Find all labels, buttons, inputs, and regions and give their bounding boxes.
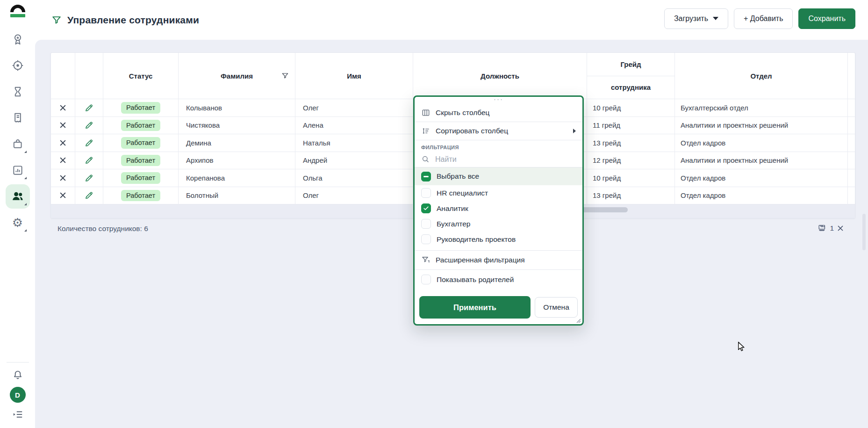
content-area: Статус Фамилия Имя Должность Грейд сотру…	[35, 40, 868, 428]
sidebar-item-history[interactable]	[6, 80, 30, 104]
target-icon	[11, 59, 24, 72]
delete-row-button[interactable]	[59, 104, 66, 111]
pencil-icon	[84, 120, 94, 130]
sort-column-item[interactable]: Сортировать столбец	[415, 122, 582, 140]
cancel-button[interactable]: Отмена	[535, 297, 578, 318]
bell-icon	[12, 369, 24, 381]
collapse-menu-button[interactable]	[12, 408, 24, 421]
cell-firstname: Олег	[295, 99, 413, 117]
save-button[interactable]: Сохранить	[798, 8, 855, 29]
edit-row-button[interactable]	[84, 190, 94, 200]
edit-row-button[interactable]	[84, 155, 94, 165]
hide-column-icon	[421, 108, 430, 117]
edit-row-button[interactable]	[84, 138, 94, 148]
sidebar-item-settings[interactable]: ⚙	[6, 210, 30, 235]
close-page-icon[interactable]	[837, 225, 844, 232]
filter-option[interactable]: HR специалист	[415, 185, 582, 201]
cell-department: Отдел кадров	[675, 134, 848, 152]
checkbox	[421, 234, 431, 244]
sidebar-item-documents[interactable]	[6, 106, 30, 130]
horizontal-scrollbar[interactable]	[576, 207, 628, 212]
status-badge: Работает	[121, 102, 160, 114]
popup-drag-handle[interactable]: ···	[415, 97, 582, 104]
column-header-position[interactable]: Должность	[413, 53, 587, 99]
logo-arc	[10, 5, 25, 12]
pencil-icon	[84, 138, 94, 148]
delete-row-button[interactable]	[59, 192, 66, 199]
apply-button[interactable]: Применить	[419, 296, 531, 319]
table-header-row: Статус Фамилия Имя Должность Грейд сотру…	[51, 53, 855, 99]
sidebar-item-reports[interactable]	[6, 158, 30, 182]
filter-section-label: ФИЛЬТРАЦИЯ	[415, 140, 582, 152]
show-parents-option[interactable]: Показывать родителей	[415, 270, 582, 289]
column-header-lastname[interactable]: Фамилия	[179, 53, 295, 99]
sidebar-item-projects[interactable]	[6, 132, 30, 156]
column-filter-icon[interactable]	[281, 72, 289, 80]
filter-option[interactable]: Бухгалтер	[415, 216, 582, 232]
cell-spacer	[848, 99, 855, 117]
sidebar-item-employees[interactable]	[6, 184, 30, 209]
gear-icon: ⚙	[12, 217, 23, 229]
cell-lastname: Архипов	[179, 152, 295, 170]
submenu-arrow-icon	[573, 129, 576, 133]
filter-search	[415, 152, 582, 167]
employees-icon	[11, 189, 25, 203]
sidebar-item-targets[interactable]	[6, 53, 30, 78]
pencil-icon	[84, 103, 94, 113]
add-button[interactable]: + Добавить	[734, 8, 793, 29]
delete-icon	[59, 174, 66, 181]
column-header-department[interactable]: Отдел	[675, 53, 848, 99]
pencil-icon	[84, 190, 94, 200]
column-header-status[interactable]: Статус	[103, 53, 179, 99]
column-header-grade[interactable]: Грейд сотрудника	[587, 53, 675, 99]
submenu-corner	[24, 203, 27, 205]
select-all-option[interactable]: Выбрать все	[415, 167, 582, 185]
popup-resize-handle[interactable]	[576, 319, 581, 323]
sidebar-item-awards[interactable]	[6, 27, 30, 51]
topbar: Управление сотрудниками Загрузить + Доба…	[35, 0, 868, 40]
collapse-menu-icon	[12, 408, 24, 421]
user-avatar[interactable]: D	[10, 387, 26, 403]
vertical-scrollbar[interactable]	[862, 214, 866, 250]
topbar-buttons: Загрузить + Добавить Сохранить	[664, 8, 855, 29]
load-button[interactable]: Загрузить	[664, 8, 728, 29]
app-logo	[9, 5, 27, 21]
delete-row-button[interactable]	[59, 139, 66, 146]
cell-spacer	[848, 152, 855, 170]
mouse-cursor	[738, 341, 746, 352]
delete-icon	[59, 157, 66, 164]
status-badge: Работает	[121, 120, 160, 131]
delete-row-button[interactable]	[59, 157, 66, 164]
delete-row-button[interactable]	[59, 122, 66, 129]
hide-column-item[interactable]: Скрыть столбец	[415, 104, 582, 122]
status-badge: Работает	[121, 190, 160, 202]
award-icon	[11, 33, 24, 46]
submenu-corner	[24, 177, 27, 179]
notifications-button[interactable]	[12, 369, 24, 381]
filter-option[interactable]: Руководитель проектов	[415, 232, 582, 247]
cell-lastname: Болотный	[179, 187, 295, 205]
popup-buttons: Применить Отмена	[415, 292, 582, 324]
edit-row-button[interactable]	[84, 120, 94, 130]
delete-icon	[59, 122, 66, 129]
edit-row-button[interactable]	[84, 103, 94, 113]
status-badge: Работает	[121, 172, 160, 184]
cell-grade: 13 грейд	[587, 187, 675, 205]
delete-icon	[59, 139, 66, 146]
pagination: 1	[818, 224, 844, 232]
cell-spacer	[848, 134, 855, 152]
filter-option[interactable]: Аналитик	[415, 201, 582, 216]
advanced-filter-item[interactable]: Расширенная фильтрация	[415, 251, 582, 269]
receipt-icon	[11, 111, 24, 124]
column-header-firstname[interactable]: Имя	[295, 53, 413, 99]
edit-row-button[interactable]	[84, 173, 94, 183]
status-badge: Работает	[121, 155, 160, 167]
delete-row-button[interactable]	[59, 174, 66, 181]
briefcase-icon	[11, 138, 24, 151]
submenu-corner	[24, 229, 27, 232]
cell-department: Отдел кадров	[675, 187, 848, 205]
cell-department: Аналитики и проектных решений	[675, 117, 848, 135]
checkbox	[421, 188, 431, 198]
search-input[interactable]	[434, 155, 576, 164]
sidebar-bottom: D	[0, 362, 35, 428]
